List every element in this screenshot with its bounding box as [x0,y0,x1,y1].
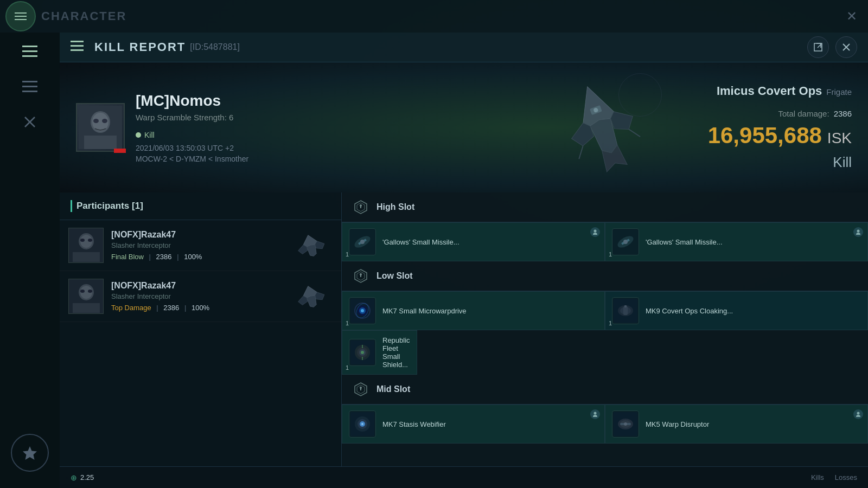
panel-menu-icon[interactable] [71,41,84,54]
svg-point-21 [102,119,107,123]
svg-rect-2 [22,55,37,57]
slot-item-icon-low-2 [612,297,639,324]
mid-slot-title: Mid Slot [376,384,410,394]
high-slot-title: High Slot [376,202,414,212]
svg-rect-5 [22,91,37,92]
slot-item-high-1[interactable]: 'Gallows' Small Missile... 1 [342,222,605,261]
svg-line-30 [629,126,640,139]
main-menu-button[interactable] [5,1,36,31]
participant-ship-2: Slasher Interceptor [111,292,282,300]
svg-point-95 [624,422,627,426]
slot-item-low-1[interactable]: MK7 Small Microwarpdrive 1 [342,291,605,330]
participant-damage-1: 2386 [156,253,172,261]
total-damage-value: 2386 [834,109,852,118]
participants-panel: Participants [1] [NOFX]Razak47 [60,192,342,466]
svg-point-52 [360,204,362,207]
high-slot-icon [353,199,369,215]
mid-slot-header: Mid Slot [342,375,868,404]
kill-badge: Kill [136,131,248,139]
sidebar-star-icon[interactable] [11,434,49,472]
slot-item-low-2[interactable]: MK9 Covert Ops Cloaking... 1 [605,291,868,330]
svg-point-69 [361,309,364,312]
svg-point-90 [594,412,597,415]
participant-row-2[interactable]: [NOFX]Razak47 Slasher Interceptor Top Da… [60,271,341,322]
slot-item-qty-high-2: 1 [609,251,612,258]
main-panel: KILL REPORT [ID:5487881] [60,33,868,488]
svg-rect-9 [71,41,84,42]
participants-bar-accent [71,200,72,212]
slot-item-icon-mid-1 [349,410,376,438]
slot-item-mid-2[interactable]: MK5 Warp Disruptor [605,404,868,444]
victim-name: [MC]Nomos [136,92,248,110]
export-button[interactable] [807,36,829,58]
slot-item-icon-low-1 [349,297,376,324]
high-slot-header: High Slot [342,192,868,222]
bottom-bar: ⊕ 2.25 Kills Losses [60,466,868,488]
low-slot-title: Low Slot [376,271,413,281]
slot-item-name-high-1: 'Gallows' Small Missile... [382,238,598,246]
svg-rect-4 [22,86,37,87]
svg-point-96 [857,412,860,415]
kill-datetime: 2021/06/03 13:50:03 UTC +2 [136,144,248,152]
svg-point-80 [361,351,364,354]
svg-point-62 [857,230,860,233]
kills-label: Kills [811,473,824,481]
slot-item-icon-mid-2 [612,410,639,438]
participant-pct-2: 100% [192,304,209,312]
svg-point-46 [88,290,92,293]
svg-rect-10 [71,45,84,47]
content-area: Participants [1] [NOFX]Razak47 [60,192,868,466]
svg-rect-34 [73,252,100,262]
svg-rect-74 [623,306,628,315]
svg-point-20 [93,119,99,123]
participant-damage-2: 2386 [163,304,179,312]
svg-rect-19 [84,136,117,149]
sidebar-menu2-icon[interactable] [14,73,46,100]
svg-point-57 [594,230,597,233]
slot-item-name-low-2: MK9 Covert Ops Cloaking... [646,307,861,315]
bottom-stat-main: ⊕ 2.25 [71,473,94,482]
slot-item-mid-1[interactable]: MK7 Stasis Webifier [342,404,605,444]
panel-close-button[interactable] [835,36,857,58]
mid-slot-items: MK7 Stasis Webifier [342,404,868,444]
kill-badge-text: Kill [144,131,155,139]
ship-image [548,73,656,182]
slot-item-qty-low-1: 1 [346,320,349,326]
participant-avatar-2 [68,279,104,314]
mid-slot-icon [353,381,369,397]
left-sidebar [0,33,60,488]
victim-info: [MC]Nomos Warp Scramble Strength: 6 Kill… [136,92,248,163]
svg-point-45 [80,290,85,293]
top-close-button[interactable]: ✕ [846,9,857,24]
svg-point-89 [361,423,363,425]
slot-item-name-mid-1: MK7 Stasis Webifier [382,420,598,428]
app-title: CHARACTER [41,9,126,23]
low-slot-icon [353,268,369,284]
low-slot-header: Low Slot [342,261,868,291]
slot-item-high-2[interactable]: 'Gallows' Small Missile... 1 [605,222,868,261]
sidebar-close-icon[interactable] [16,108,43,136]
slot-item-name-high-2: 'Gallows' Small Missile... [646,238,861,246]
slot-item-icon-low-3 [349,339,376,366]
slot-item-low-3[interactable]: Republic Fleet Small Shield... 1 [342,330,417,375]
participant-info-1: [NOFX]Razak47 Slasher Interceptor Final … [111,230,282,261]
participant-name-1: [NOFX]Razak47 [111,230,282,240]
top-damage-label: Top Damage [111,304,151,312]
slot-item-person-mid-1 [590,409,600,419]
kill-result-label: Kill [833,154,852,171]
kill-report-header: KILL REPORT [ID:5487881] [60,33,868,62]
kill-stats: Imicus Covert Ops Frigate Total damage: … [678,62,852,192]
svg-rect-0 [22,46,37,47]
ship-type-name: Imicus Covert Ops [717,84,822,98]
sidebar-menu-icon[interactable] [14,38,46,65]
total-damage-label: Total damage: [778,109,829,118]
slot-item-person-high-1 [590,227,600,237]
participant-info-2: [NOFX]Razak47 Slasher Interceptor Top Da… [111,281,282,312]
slot-item-icon-high-1 [349,228,376,255]
victim-warp-stat: Warp Scramble Strength: 6 [136,113,248,122]
participant-row[interactable]: [NOFX]Razak47 Slasher Interceptor Final … [60,220,341,271]
slot-item-person-high-2 [853,227,863,237]
svg-rect-3 [22,81,37,82]
low-slot-items-row1: MK7 Small Microwarpdrive 1 MK9 [342,291,868,330]
kill-badge-dot [136,132,141,138]
